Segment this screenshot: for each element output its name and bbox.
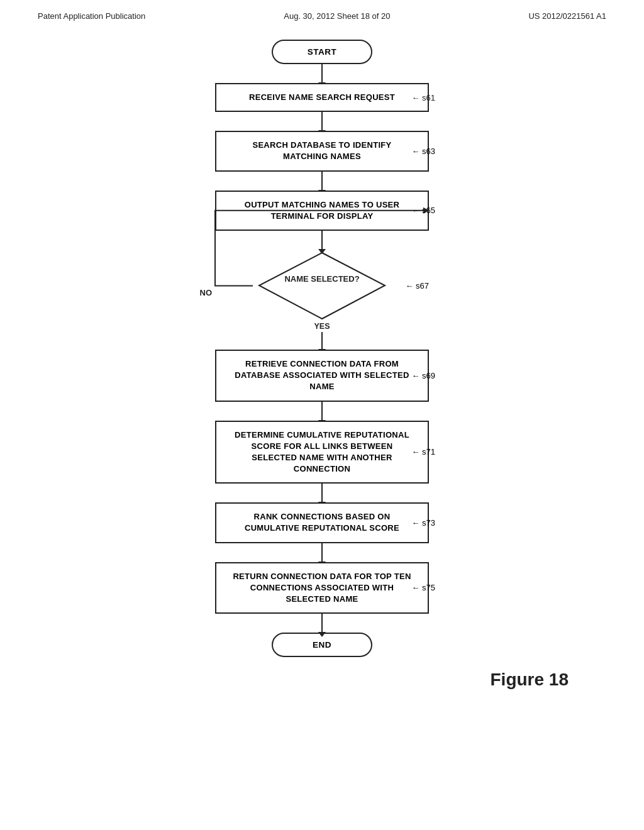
- yes-label: YES: [314, 322, 330, 331]
- step-s73-row: RANK CONNECTIONS BASED ON CUMULATIVE REP…: [215, 502, 429, 543]
- arrow-yes: [321, 332, 323, 350]
- label-s61: ← s61: [411, 93, 435, 102]
- arrow-3: [321, 172, 323, 191]
- label-s69: ← s69: [411, 371, 435, 380]
- label-s73: ← s73: [411, 518, 435, 528]
- header-middle: Aug. 30, 2012 Sheet 18 of 20: [284, 11, 390, 21]
- arrow-7: [321, 484, 323, 502]
- step-s61-row: RECEIVE NAME SEARCH REQUEST ← s61: [215, 83, 429, 112]
- arrow-4: [321, 231, 323, 250]
- svg-text:NAME SELECTED?: NAME SELECTED?: [284, 274, 359, 284]
- page-header: Patent Application Publication Aug. 30, …: [0, 0, 644, 27]
- diamond-wrapper-s67: NAME SELECTED? ← s67: [253, 250, 391, 322]
- diamond-svg-s67: NAME SELECTED?: [253, 250, 391, 322]
- label-s65: ← s65: [411, 206, 435, 215]
- step-s75-box: RETURN CONNECTION DATA FOR TOP TEN CONNE…: [215, 562, 429, 614]
- arrow-1: [321, 64, 323, 83]
- step-s73-box: RANK CONNECTIONS BASED ON CUMULATIVE REP…: [215, 502, 429, 543]
- arrow-9: [321, 614, 323, 633]
- header-left: Patent Application Publication: [38, 11, 145, 21]
- arrow-8: [321, 543, 323, 562]
- step-s69-box: RETRIEVE CONNECTION DATA FROM DATABASE A…: [215, 350, 429, 402]
- arrow-6: [321, 402, 323, 421]
- start-terminal: START: [272, 40, 372, 64]
- step-s69-row: RETRIEVE CONNECTION DATA FROM DATABASE A…: [215, 350, 429, 402]
- decision-area: NAME SELECTED? ← s67: [215, 231, 429, 322]
- step-s65-box: OUTPUT MATCHING NAMES TO USER TERMINAL F…: [215, 191, 429, 231]
- step-s65-row: OUTPUT MATCHING NAMES TO USER TERMINAL F…: [215, 191, 429, 231]
- arrow-2: [321, 112, 323, 131]
- step-s71-box: DETERMINE CUMULATIVE REPUTATIONAL SCORE …: [215, 421, 429, 484]
- svg-marker-0: [259, 253, 385, 319]
- step-s61-box: RECEIVE NAME SEARCH REQUEST: [215, 83, 429, 112]
- label-s67: ← s67: [405, 281, 429, 290]
- step-s71-row: DETERMINE CUMULATIVE REPUTATIONAL SCORE …: [215, 421, 429, 484]
- yes-arrow-section: YES: [314, 322, 330, 350]
- flowchart-diagram: START RECEIVE NAME SEARCH REQUEST ← s61 …: [0, 27, 644, 657]
- label-s63: ← s63: [411, 147, 435, 156]
- start-box: START: [272, 40, 372, 64]
- step-s63-row: SEARCH DATABASE TO IDENTIFY MATCHING NAM…: [215, 131, 429, 171]
- step-s63-box: SEARCH DATABASE TO IDENTIFY MATCHING NAM…: [215, 131, 429, 171]
- step-s75-row: RETURN CONNECTION DATA FOR TOP TEN CONNE…: [215, 562, 429, 614]
- label-s75: ← s75: [411, 583, 435, 592]
- header-right: US 2012/0221561 A1: [528, 11, 606, 21]
- label-s71: ← s71: [411, 447, 435, 456]
- figure-label: Figure 18: [0, 657, 644, 690]
